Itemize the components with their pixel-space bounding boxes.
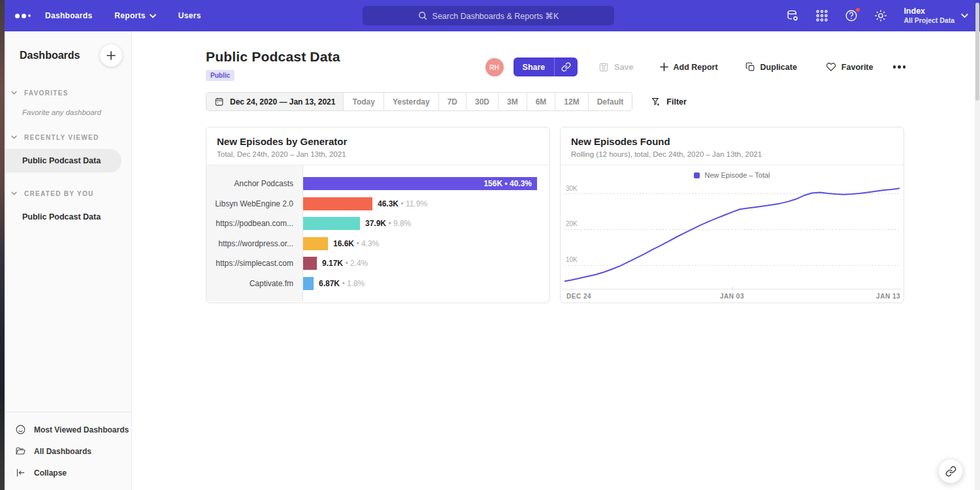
add-dashboard-button[interactable] xyxy=(100,44,122,67)
data-sources-icon[interactable] xyxy=(785,8,800,24)
bar-category-label: https://wordpress.or... xyxy=(206,239,302,248)
avatar[interactable]: RH xyxy=(485,58,504,76)
preset-default[interactable]: Default xyxy=(588,93,632,110)
x-tick: JAN 03 xyxy=(720,293,744,300)
bar-category-label: https://simplecast.com xyxy=(206,259,302,268)
bar-category-label: https://podbean.com... xyxy=(206,219,302,228)
chart-legend[interactable]: New Episode – Total xyxy=(561,165,904,181)
preset-7d[interactable]: 7D xyxy=(438,93,466,110)
plus-icon xyxy=(106,51,116,60)
filter-button[interactable]: Filter xyxy=(651,97,687,107)
sidebar-item-public-podcast-data[interactable]: Public Podcast Data xyxy=(5,149,122,172)
bar-segment[interactable] xyxy=(303,237,328,250)
date-range-button[interactable]: Dec 24, 2020 — Jan 13, 2021 xyxy=(206,93,343,110)
card-title: New Episodes by Generator xyxy=(217,136,539,147)
save-icon xyxy=(598,62,609,73)
bar-row: https://simplecast.com9.17K • 2.4% xyxy=(206,253,549,274)
app-logo-icon[interactable] xyxy=(15,14,37,18)
apps-grid-icon[interactable] xyxy=(814,8,830,24)
collapse-icon xyxy=(15,467,26,478)
bar-chart: Anchor Podcasts156K • 40.3%Libsyn WebEng… xyxy=(206,165,549,301)
section-recently-viewed[interactable]: RECENTLY VIEWED xyxy=(5,131,131,144)
scrollbar-thumb[interactable] xyxy=(975,3,979,101)
preset-today[interactable]: Today xyxy=(343,93,383,110)
calendar-icon xyxy=(214,97,224,106)
nav-users[interactable]: Users xyxy=(178,11,201,20)
favorites-empty-text: Favorite any dashboard xyxy=(5,99,131,116)
duplicate-button[interactable]: Duplicate xyxy=(745,62,797,72)
preset-30d[interactable]: 30D xyxy=(466,93,498,110)
more-options-button[interactable] xyxy=(892,61,907,73)
sidebar-title: Dashboards xyxy=(20,50,80,61)
app-window: Dashboards Reports Users Search Dashboar… xyxy=(0,0,980,490)
top-navigation: Dashboards Reports Users xyxy=(45,11,201,20)
preset-3m[interactable]: 3M xyxy=(498,93,527,110)
bar-value-label: 37.9K • 9.8% xyxy=(365,219,411,228)
copy-icon xyxy=(745,62,755,72)
card-title: New Episodes Found xyxy=(571,136,893,147)
preset-12m[interactable]: 12M xyxy=(555,93,587,110)
bar-segment[interactable] xyxy=(303,197,372,210)
search-input[interactable]: Search Dashboards & Reports ⌘K xyxy=(363,6,614,25)
heart-icon xyxy=(826,62,836,72)
bar-row: https://podbean.com...37.9K • 9.8% xyxy=(206,214,549,234)
dashboard-actions: RH Share Save xyxy=(485,57,907,76)
bar-row: Libsyn WebEngine 2.046.3K • 11.9% xyxy=(206,194,549,214)
window-scrollbar[interactable] xyxy=(975,0,980,490)
bar-segment[interactable] xyxy=(303,277,314,290)
collapse-sidebar-button[interactable]: Collapse xyxy=(15,462,131,483)
preset-yesterday[interactable]: Yesterday xyxy=(384,93,438,110)
help-icon[interactable] xyxy=(843,8,859,24)
settings-gear-icon[interactable] xyxy=(873,8,889,24)
smiley-icon xyxy=(15,424,26,435)
bar-value-label: 46.3K • 11.9% xyxy=(378,199,427,208)
chevron-down-icon xyxy=(150,14,156,18)
all-dashboards-button[interactable]: All Dashboards xyxy=(15,440,131,462)
line-series xyxy=(564,188,900,281)
sidebar-footer: Most Viewed Dashboards All Dashboards Co… xyxy=(5,412,131,490)
save-button[interactable]: Save xyxy=(598,62,633,73)
add-report-button[interactable]: Add Report xyxy=(660,63,718,72)
nav-dashboards[interactable]: Dashboards xyxy=(45,11,92,20)
bar-value-label: 16.6K • 4.3% xyxy=(333,239,379,248)
nav-reports[interactable]: Reports xyxy=(114,11,155,20)
preset-6m[interactable]: 6M xyxy=(527,93,555,110)
desktop-edge-strip xyxy=(0,0,5,490)
y-tick-label: 20K xyxy=(566,220,578,227)
line-chart: New Episode – Total 10K20K30K DEC 24 JAN… xyxy=(561,165,904,301)
share-link-icon[interactable] xyxy=(555,57,578,76)
share-button[interactable]: Share xyxy=(514,57,578,76)
bar-value-label: 9.17K • 2.4% xyxy=(322,259,368,268)
project-scope: All Project Data xyxy=(904,16,955,25)
x-axis: DEC 24 JAN 03 JAN 13 xyxy=(563,289,902,301)
bar-category-label: Libsyn WebEngine 2.0 xyxy=(206,199,302,208)
plus-icon xyxy=(660,63,668,71)
favorite-button[interactable]: Favorite xyxy=(826,62,874,72)
bar-segment[interactable] xyxy=(303,217,360,230)
section-created-by-you[interactable]: CREATED BY YOU xyxy=(5,187,131,200)
main-content: Public Podcast Data Public RH Share xyxy=(133,31,980,490)
legend-swatch xyxy=(694,172,700,178)
chevron-down-icon xyxy=(11,135,17,139)
most-viewed-dashboards-button[interactable]: Most Viewed Dashboards xyxy=(15,419,131,440)
page-title: Public Podcast Data xyxy=(206,49,340,65)
plot-area: 10K20K30K xyxy=(564,182,900,289)
bar-row: Captivate.fm6.87K • 1.8% xyxy=(206,274,549,294)
bar-row: https://wordpress.or...16.6K • 4.3% xyxy=(206,234,549,254)
bar-segment[interactable] xyxy=(303,257,317,270)
bar-category-label: Anchor Podcasts xyxy=(206,179,302,188)
sidebar-item-public-podcast-data-created[interactable]: Public Podcast Data xyxy=(5,205,122,229)
date-range-control: Dec 24, 2020 — Jan 13, 2021 Today Yester… xyxy=(206,92,632,111)
chevron-down-icon xyxy=(961,13,968,18)
card-new-episodes-by-generator: New Episodes by Generator Total, Dec 24t… xyxy=(206,127,550,303)
bar-row: Anchor Podcasts156K • 40.3% xyxy=(206,174,549,194)
project-switcher[interactable]: Index All Project Data xyxy=(904,7,968,25)
legend-label: New Episode – Total xyxy=(704,171,770,179)
bar-segment[interactable]: 156K • 40.3% xyxy=(303,177,537,190)
topbar: Dashboards Reports Users Search Dashboar… xyxy=(5,0,980,31)
section-favorites[interactable]: FAVORITES xyxy=(5,86,131,99)
link-icon xyxy=(945,466,956,477)
floating-link-button[interactable] xyxy=(938,459,963,483)
y-tick-label: 10K xyxy=(566,256,578,263)
x-tick: DEC 24 xyxy=(566,293,591,300)
